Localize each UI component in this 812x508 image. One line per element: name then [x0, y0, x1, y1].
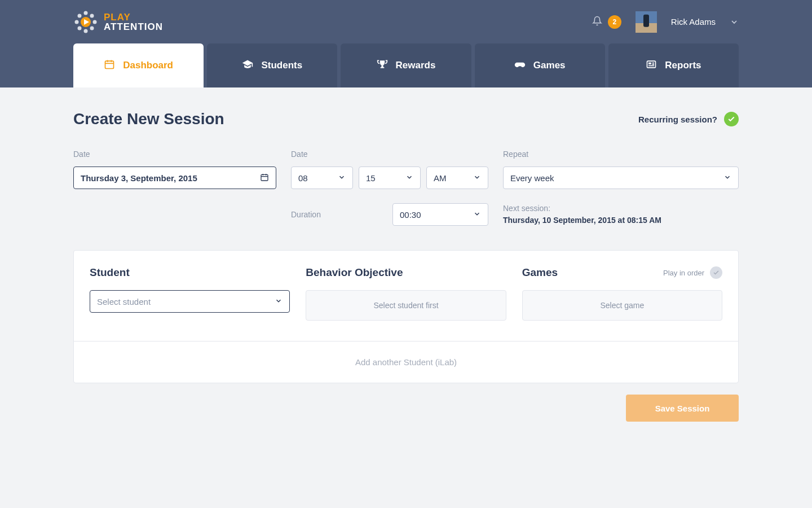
- duration-select[interactable]: 00:30: [392, 203, 488, 226]
- tab-dashboard[interactable]: Dashboard: [73, 43, 204, 87]
- logo-text: PLAY ATTENTION: [104, 12, 163, 32]
- date-value: Thursday 3, September, 2015: [81, 173, 197, 183]
- calendar-icon: [104, 59, 115, 73]
- tab-label: Reports: [665, 60, 701, 71]
- duration-field: Duration 00:30: [291, 203, 488, 226]
- tab-games[interactable]: Games: [475, 43, 605, 87]
- games-heading: Games: [522, 266, 558, 279]
- tab-label: Students: [261, 60, 302, 71]
- time-field: Date 08 15 AM: [291, 150, 488, 189]
- meridiem-value: AM: [434, 173, 447, 183]
- form-row-2: Duration 00:30 Next session: Thursday, 1…: [73, 203, 739, 226]
- chevron-down-icon: [723, 173, 731, 183]
- svg-point-2: [93, 20, 97, 24]
- date-picker[interactable]: Thursday 3, September, 2015: [73, 167, 276, 189]
- avatar[interactable]: [636, 11, 657, 33]
- tab-rewards[interactable]: Rewards: [341, 43, 471, 87]
- header-right: 2 Rick Adams: [592, 11, 739, 33]
- bell-icon: [592, 16, 602, 28]
- behavior-placeholder: Select student first: [373, 301, 438, 310]
- logo-line1: PLAY: [104, 12, 163, 22]
- calendar-icon: [260, 173, 269, 183]
- notification-badge: 2: [608, 15, 621, 29]
- chevron-down-icon: [275, 297, 283, 306]
- repeat-value: Every week: [510, 173, 554, 183]
- notifications[interactable]: 2: [592, 15, 621, 29]
- student-placeholder: Select student: [97, 297, 151, 306]
- save-session-button[interactable]: Save Session: [626, 395, 739, 422]
- chevron-down-icon: [473, 210, 481, 220]
- games-placeholder: Select game: [600, 301, 644, 310]
- duration-value: 00:30: [400, 210, 421, 220]
- recurring-toggle[interactable]: Recurring session?: [638, 112, 739, 126]
- play-in-order-toggle[interactable]: Play in order: [663, 266, 722, 279]
- chevron-down-icon: [405, 173, 413, 183]
- tab-reports[interactable]: Reports: [608, 43, 739, 87]
- recurring-label: Recurring session?: [638, 115, 717, 124]
- logo-line2: ATTENTION: [104, 22, 163, 32]
- hour-value: 08: [298, 173, 308, 183]
- grad-cap-icon: [242, 59, 253, 73]
- minute-value: 15: [366, 173, 376, 183]
- student-column: Student Select student: [90, 265, 290, 321]
- page-title: Create New Session: [73, 110, 224, 128]
- svg-point-0: [84, 11, 88, 15]
- app-header: PLAY ATTENTION 2 Rick Adams: [0, 0, 812, 87]
- logo-mark-icon: [73, 10, 98, 34]
- header-top: PLAY ATTENTION 2 Rick Adams: [73, 0, 739, 43]
- time-label: Date: [291, 150, 488, 159]
- hour-select[interactable]: 08: [291, 167, 353, 189]
- svg-rect-20: [261, 174, 268, 181]
- nav-tabs: Dashboard Students Rewards Games Reports: [73, 43, 739, 87]
- play-order-label: Play in order: [663, 269, 704, 277]
- check-circle-icon: [724, 112, 739, 126]
- next-session-value: Thursday, 10 September, 2015 at 08:15 AM: [503, 214, 739, 226]
- gamepad-icon: [514, 59, 526, 73]
- behavior-heading: Behavior Objective: [306, 265, 506, 280]
- students-panel: Student Select student Behavior Objectiv…: [73, 250, 739, 383]
- add-another-label: Add another Student (iLab): [355, 357, 457, 367]
- behavior-column: Behavior Objective Select student first: [306, 265, 506, 321]
- trophy-icon: [377, 59, 388, 73]
- svg-point-7: [78, 14, 82, 17]
- repeat-field: Repeat Every week: [503, 150, 739, 189]
- next-session: Next session: Thursday, 10 September, 20…: [503, 203, 739, 226]
- next-session-label: Next session:: [503, 203, 739, 214]
- repeat-select[interactable]: Every week: [503, 167, 739, 189]
- duration-label: Duration: [291, 210, 321, 219]
- save-row: Save Session: [73, 395, 739, 422]
- student-select[interactable]: Select student: [90, 290, 290, 313]
- chevron-down-icon: [473, 173, 481, 183]
- svg-rect-13: [381, 65, 383, 67]
- main-content: Create New Session Recurring session? Da…: [0, 87, 812, 422]
- tab-students[interactable]: Students: [207, 43, 337, 87]
- svg-point-5: [78, 26, 82, 30]
- add-another-student[interactable]: Add another Student (iLab): [74, 341, 738, 383]
- user-name: Rick Adams: [671, 17, 716, 27]
- meridiem-select[interactable]: AM: [426, 167, 488, 189]
- chevron-down-icon: [730, 17, 739, 27]
- news-icon: [646, 59, 657, 73]
- repeat-label: Repeat: [503, 150, 739, 159]
- minute-select[interactable]: 15: [359, 167, 421, 189]
- student-heading: Student: [90, 265, 290, 280]
- logo[interactable]: PLAY ATTENTION: [73, 10, 163, 34]
- games-placeholder-box: Select game: [522, 290, 722, 321]
- tab-label: Games: [533, 60, 566, 71]
- svg-point-6: [75, 20, 79, 24]
- date-field: Date Thursday 3, September, 2015: [73, 150, 276, 189]
- user-menu-toggle[interactable]: [730, 17, 739, 27]
- svg-point-3: [90, 26, 94, 30]
- check-circle-icon: [710, 266, 722, 279]
- chevron-down-icon: [338, 173, 346, 183]
- svg-rect-14: [380, 67, 384, 68]
- games-column: Games Play in order Select game: [522, 265, 722, 321]
- svg-rect-16: [648, 62, 651, 64]
- svg-rect-9: [105, 61, 114, 68]
- behavior-placeholder-box: Select student first: [306, 290, 506, 321]
- tab-label: Dashboard: [123, 60, 173, 71]
- page-head: Create New Session Recurring session?: [73, 110, 739, 128]
- date-label: Date: [73, 150, 276, 159]
- form-row-1: Date Thursday 3, September, 2015 Date 08…: [73, 150, 739, 189]
- svg-point-1: [90, 14, 94, 17]
